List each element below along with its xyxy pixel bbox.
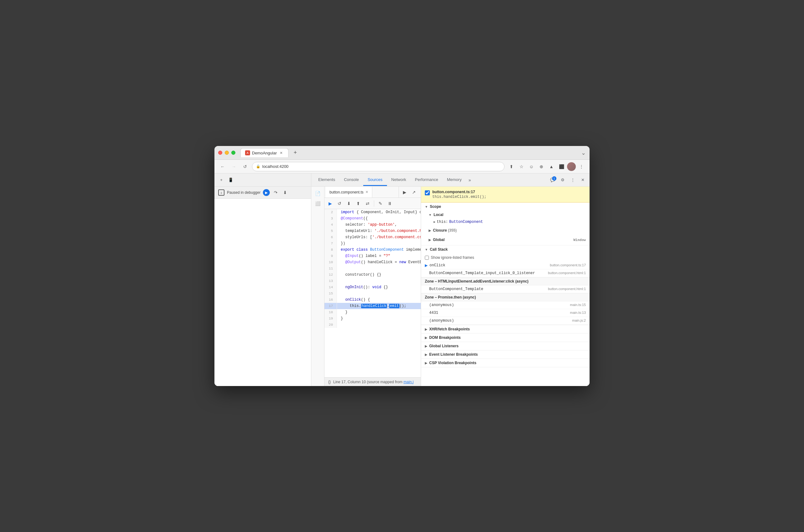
nav-actions: ⬆ ☆ ☺ ⊕ ▲ ⬛ ⋮: [507, 162, 586, 171]
global-listeners-header[interactable]: ▶ Global Listeners: [421, 342, 590, 350]
extension4-button[interactable]: ⬛: [557, 162, 566, 171]
reload-button[interactable]: ↺: [241, 162, 249, 171]
closure-header[interactable]: ▶ Closure (355): [428, 226, 590, 234]
add-breakpoint-button[interactable]: +: [217, 176, 225, 184]
tab-elements[interactable]: Elements: [314, 174, 340, 186]
code-line: 10 @Output() handleClick = new EventEmit: [324, 259, 421, 265]
xhr-breakpoints-section: ▶ XHR/fetch Breakpoints: [421, 325, 590, 334]
step-into-btn[interactable]: ⬇: [344, 199, 353, 208]
more-tabs-button[interactable]: »: [466, 174, 474, 186]
step-into-button[interactable]: ⬇: [282, 189, 289, 196]
close-button[interactable]: [218, 151, 222, 155]
extension3-button[interactable]: ▲: [547, 162, 556, 171]
debugger-scroll[interactable]: button.component.ts:17 this.handleClick.…: [421, 187, 590, 386]
local-arrow-icon: ▼: [428, 213, 432, 216]
callstack-header[interactable]: ▼ Call Stack: [421, 245, 590, 253]
step-over-button[interactable]: ↷: [272, 189, 279, 196]
callstack-template[interactable]: ButtonComponent_Template button.componen…: [421, 285, 590, 293]
event-listener-title: Event Listener Breakpoints: [429, 352, 478, 357]
page-content-area: [214, 199, 311, 386]
step-btn[interactable]: ⇄: [363, 199, 372, 208]
title-bar: A DemoAngular ✕ + ⌄: [214, 146, 590, 160]
callstack-anonymous2[interactable]: (anonymous) main.js:2: [421, 317, 590, 325]
file-tab-button-component[interactable]: button.component.ts ✕: [326, 187, 372, 198]
edit-breakpoint-button[interactable]: ✎: [376, 199, 385, 208]
tab-sources[interactable]: Sources: [363, 174, 387, 186]
open-in-editor-button[interactable]: ↗: [409, 188, 418, 196]
global-header[interactable]: ▶ Global Window: [428, 236, 590, 244]
this-arrow-icon[interactable]: ▶: [434, 220, 436, 224]
debugger-panel: button.component.ts:17 this.handleClick.…: [421, 187, 590, 386]
ignore-checkbox[interactable]: [425, 256, 429, 260]
dom-breakpoints-header[interactable]: ▶ DOM Breakpoints: [421, 334, 590, 342]
code-line: 7 }): [324, 240, 421, 247]
code-line: 3 @Component({: [324, 215, 421, 222]
share-button[interactable]: ⬆: [507, 162, 516, 171]
address-bar[interactable]: 🔒 localhost:4200: [252, 162, 504, 171]
breakpoint-code: this.handleClick.emit();: [432, 195, 586, 199]
overrides-button[interactable]: ⬜: [313, 199, 322, 208]
tab-favicon: A: [245, 150, 250, 155]
window-controls[interactable]: ⌄: [581, 149, 586, 156]
more-button[interactable]: ⋮: [577, 162, 586, 171]
extensions-button[interactable]: ☺: [527, 162, 536, 171]
devtools-tabs: Elements Console Sources Network Perform…: [311, 173, 590, 187]
closure-scope: ▶ Closure (355): [421, 226, 590, 236]
devtools-close-button[interactable]: ✕: [578, 176, 587, 185]
breakpoint-checkbox[interactable]: [425, 190, 430, 195]
file-navigator-button[interactable]: 📄: [313, 189, 322, 198]
format-icon[interactable]: {}: [328, 380, 331, 384]
step-over-btn[interactable]: ↺: [335, 199, 344, 208]
callstack-onclick[interactable]: ▶ onClick button.component.ts:17: [421, 262, 590, 269]
callstack-file-ref: button.component.ts:17: [550, 263, 586, 267]
bookmark-button[interactable]: ☆: [517, 162, 526, 171]
device-toolbar-button[interactable]: 📱: [227, 176, 234, 184]
code-line: 19 }: [324, 316, 421, 322]
devtools-more-button[interactable]: ⋮: [568, 176, 577, 185]
resume-button[interactable]: ▶: [263, 189, 270, 196]
xhr-title: XHR/fetch Breakpoints: [429, 327, 470, 331]
step-out-btn[interactable]: ⬆: [354, 199, 363, 208]
profile-button[interactable]: [567, 162, 576, 171]
pause-on-exception-button[interactable]: ⏸: [385, 199, 394, 208]
file-tab-close-button[interactable]: ✕: [365, 190, 368, 194]
tab-memory[interactable]: Memory: [443, 174, 466, 186]
file-tab-name: button.component.ts: [329, 190, 364, 194]
code-area[interactable]: 2 import { Component, OnInit, Input} out…: [324, 209, 421, 377]
settings-button[interactable]: ⚙: [558, 176, 567, 185]
maximize-button[interactable]: [231, 151, 235, 155]
local-header[interactable]: ▼ Local: [428, 211, 590, 219]
show-ignore-check: Show ignore-listed frames: [421, 253, 590, 262]
scope-header[interactable]: ▼ Scope: [421, 203, 590, 211]
new-tab-button[interactable]: +: [291, 149, 300, 157]
global-listeners-section: ▶ Global Listeners: [421, 342, 590, 350]
active-tab[interactable]: A DemoAngular ✕: [241, 148, 289, 157]
callstack-fn-name: onClick: [429, 263, 547, 268]
event-listener-header[interactable]: ▶ Event Listener Breakpoints: [421, 350, 590, 359]
resume-execution-button[interactable]: ▶: [326, 199, 334, 208]
tab-console[interactable]: Console: [340, 174, 363, 186]
callstack-arrow-icon: ▼: [425, 248, 428, 251]
format-button[interactable]: ▶: [400, 188, 409, 196]
devtools-main: Elements Console Sources Network Perform…: [311, 173, 590, 386]
callstack-fn-anon: (anonymous): [429, 303, 567, 307]
local-title: Local: [434, 212, 443, 217]
forward-button[interactable]: →: [229, 162, 238, 171]
callstack-4431[interactable]: 4431 main.ts:13: [421, 309, 590, 317]
chat-button[interactable]: 💬 1: [548, 176, 557, 185]
callstack-anonymous[interactable]: (anonymous) main.ts:15: [421, 301, 590, 309]
extension2-button[interactable]: ⊕: [537, 162, 546, 171]
tab-performance[interactable]: Performance: [410, 174, 442, 186]
sources-layout: 📄 ⬜ button.component.ts ✕ ▶ ↗: [311, 187, 590, 386]
back-button[interactable]: ←: [218, 162, 227, 171]
csp-header[interactable]: ▶ CSP Violation Breakpoints: [421, 359, 590, 367]
source-map-link[interactable]: main.j: [404, 380, 414, 384]
tab-close-button[interactable]: ✕: [279, 150, 284, 155]
footer-text: Line 17, Column 10 (source mapped from m…: [333, 380, 414, 384]
xhr-arrow-icon: ▶: [425, 327, 427, 331]
xhr-breakpoints-header[interactable]: ▶ XHR/fetch Breakpoints: [421, 325, 590, 333]
callstack-template-click[interactable]: ButtonComponent_Template_input_click_0_l…: [421, 269, 590, 277]
closure-arrow-icon: ▶: [428, 229, 431, 232]
minimize-button[interactable]: [225, 151, 229, 155]
tab-network[interactable]: Network: [387, 174, 411, 186]
